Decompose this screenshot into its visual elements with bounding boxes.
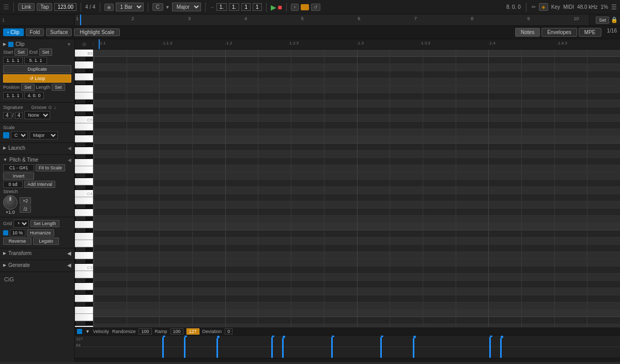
clip-icon[interactable] bbox=[301, 4, 309, 10]
gb3-key[interactable] bbox=[75, 228, 86, 233]
clip-menu-icon[interactable]: ▼ bbox=[67, 42, 71, 47]
set-button[interactable]: Set bbox=[596, 17, 609, 24]
vel-dot-1[interactable] bbox=[272, 336, 274, 337]
range-value[interactable]: C1 - G#1 bbox=[3, 164, 34, 171]
pos-set-button[interactable]: Set bbox=[21, 84, 35, 91]
menu-icon[interactable]: ☰ bbox=[611, 4, 617, 11]
h-scrollbar[interactable] bbox=[75, 358, 620, 362]
g4-key[interactable] bbox=[75, 147, 94, 154]
ramp-val[interactable]: 100 bbox=[171, 328, 183, 335]
transform-title[interactable]: ▶ Transform ◀ bbox=[3, 250, 71, 256]
vel-dot-8[interactable] bbox=[283, 336, 285, 338]
groove-select[interactable]: None bbox=[24, 111, 50, 119]
ab2-key[interactable] bbox=[75, 290, 86, 295]
ab4-key[interactable] bbox=[75, 143, 86, 147]
e2-key[interactable] bbox=[75, 314, 94, 321]
add-interval-button[interactable]: Add Interval bbox=[24, 181, 55, 188]
eb2-key[interactable] bbox=[75, 321, 86, 326]
a5-key[interactable] bbox=[75, 61, 94, 69]
end-set-button[interactable]: Set bbox=[39, 49, 53, 56]
stop-button[interactable]: ■ bbox=[278, 3, 282, 11]
c4-key[interactable]: C4 bbox=[75, 190, 94, 197]
mode-select[interactable]: Major bbox=[172, 3, 201, 11]
vel-127[interactable]: 127 bbox=[187, 328, 199, 335]
e5-key[interactable] bbox=[75, 92, 94, 100]
f3-key[interactable] bbox=[75, 233, 94, 240]
lock-icon[interactable]: 🔒 bbox=[611, 17, 618, 23]
link-button[interactable]: Link bbox=[18, 3, 35, 11]
gb5-key[interactable] bbox=[75, 81, 86, 85]
d5-key[interactable] bbox=[75, 104, 94, 112]
vel-dot-2[interactable] bbox=[381, 336, 383, 337]
notes-tab[interactable]: Notes bbox=[515, 28, 540, 37]
groove-commit-icon[interactable]: ↓ bbox=[54, 105, 56, 110]
eb5-key[interactable] bbox=[75, 100, 86, 104]
fit-to-scale-button[interactable]: Fit to Scale bbox=[36, 164, 65, 171]
d4-key[interactable] bbox=[75, 178, 94, 185]
duplicate-button[interactable]: Duplicate bbox=[3, 65, 71, 73]
len-set-button[interactable]: Set bbox=[52, 84, 65, 91]
stretch-div2-button[interactable]: /2 bbox=[20, 205, 31, 213]
gb2-key[interactable] bbox=[75, 302, 86, 307]
b4-key[interactable] bbox=[75, 123, 94, 131]
legato-button[interactable]: Legato bbox=[33, 238, 59, 245]
vel-bar-7[interactable] bbox=[331, 337, 333, 358]
pos2[interactable]: 1. bbox=[229, 3, 239, 11]
c3-key[interactable]: C3 bbox=[75, 264, 94, 271]
transform-menu-icon[interactable]: ◀ bbox=[67, 250, 71, 256]
vel-bar-4[interactable] bbox=[216, 338, 218, 358]
grid-fraction[interactable]: 1/16 bbox=[607, 28, 617, 37]
set-length-button[interactable]: Set Length bbox=[30, 220, 59, 227]
edit-icon[interactable]: ✏ bbox=[532, 4, 536, 10]
pos3[interactable]: 1 bbox=[241, 3, 251, 11]
velocity-val[interactable]: 100 bbox=[138, 328, 151, 335]
clip-title[interactable]: ▶ Clip ▼ bbox=[3, 41, 71, 47]
vel-bar-3[interactable] bbox=[489, 337, 491, 358]
vel-dot-3[interactable] bbox=[490, 336, 492, 337]
piano-keyboard[interactable]: B5 C5 bbox=[75, 50, 94, 327]
bb4-key[interactable] bbox=[75, 131, 86, 135]
stretch-x2-button[interactable]: ×2 bbox=[20, 197, 31, 204]
bar-mode-select[interactable]: 1 Bar bbox=[116, 3, 144, 11]
invert-button[interactable]: Invert bbox=[3, 172, 34, 180]
vel-dot-9[interactable] bbox=[501, 336, 503, 338]
g3-key[interactable] bbox=[75, 221, 94, 228]
groove-random-icon[interactable]: ⊙ bbox=[48, 105, 52, 110]
bpm-display[interactable]: 123.00 bbox=[54, 3, 76, 11]
bb2-key[interactable] bbox=[75, 278, 86, 283]
start-set-button[interactable]: Set bbox=[14, 49, 28, 56]
pitch-time-title[interactable]: ▼ Pitch & Time ◀ bbox=[3, 157, 71, 163]
gb4-key[interactable] bbox=[75, 154, 86, 159]
b3-key[interactable] bbox=[75, 197, 94, 204]
bb5-key[interactable] bbox=[75, 57, 86, 61]
quantize-icon[interactable] bbox=[82, 42, 86, 46]
g5-key[interactable] bbox=[75, 73, 94, 81]
play-button[interactable]: ▶ bbox=[271, 3, 276, 11]
vel-expand-icon[interactable]: ▼ bbox=[85, 329, 90, 334]
sig-num2[interactable]: 4 bbox=[15, 112, 23, 119]
start-value[interactable]: 1. 1. 1 bbox=[3, 57, 23, 64]
offset-value[interactable]: 0 sd bbox=[3, 181, 23, 188]
key-select[interactable]: C bbox=[152, 3, 163, 11]
sig-num1[interactable]: 4 bbox=[3, 112, 11, 119]
vel-bar-9[interactable] bbox=[500, 338, 502, 358]
vel-dot-0[interactable] bbox=[163, 336, 165, 337]
tap-button[interactable]: Tap bbox=[37, 3, 52, 11]
add-icon[interactable]: + bbox=[291, 4, 299, 11]
f5-key[interactable] bbox=[75, 85, 94, 92]
e4-key[interactable] bbox=[75, 166, 94, 173]
highlight-scale-button[interactable]: Highlight Scale bbox=[74, 28, 120, 36]
reverse-button[interactable]: Reverse bbox=[3, 238, 32, 245]
a2-key[interactable] bbox=[75, 283, 94, 290]
hamburger-icon[interactable]: ☰ bbox=[3, 3, 9, 11]
percent-value[interactable]: 10 % bbox=[10, 229, 25, 236]
deviation-val[interactable]: 0 bbox=[225, 328, 233, 335]
launch-menu-icon[interactable]: ◀ bbox=[68, 146, 71, 151]
eb4-key[interactable] bbox=[75, 173, 86, 178]
b2-key[interactable] bbox=[75, 271, 94, 278]
a4-key[interactable] bbox=[75, 135, 94, 143]
loop-icon[interactable]: ↺ bbox=[311, 4, 320, 11]
eb3-key[interactable] bbox=[75, 247, 86, 252]
b5-key[interactable]: B5 bbox=[75, 50, 94, 57]
loop-button[interactable]: ↺ Loop bbox=[3, 74, 71, 83]
